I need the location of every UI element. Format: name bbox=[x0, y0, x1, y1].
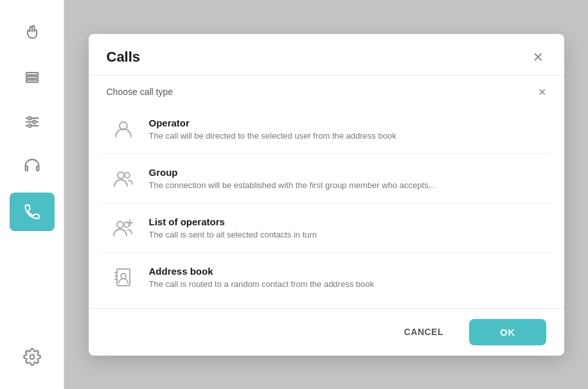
address-book-icon bbox=[109, 263, 138, 291]
sidebar-item-hands[interactable] bbox=[10, 13, 55, 51]
group-icon bbox=[109, 164, 138, 193]
list-of-operators-name: List of operators bbox=[149, 216, 317, 227]
svg-point-15 bbox=[117, 221, 123, 228]
svg-rect-2 bbox=[26, 80, 38, 83]
operator-name: Operator bbox=[149, 117, 396, 128]
address-book-name: Address book bbox=[149, 266, 374, 277]
dialog-overlay: Calls ✕ Choose call type ✕ bbox=[64, 0, 588, 389]
main-area: Calls ✕ Choose call type ✕ bbox=[64, 0, 588, 389]
svg-rect-1 bbox=[26, 76, 38, 79]
svg-point-20 bbox=[121, 273, 126, 279]
ok-button[interactable]: OK bbox=[469, 319, 546, 345]
choose-type-header: Choose call type ✕ bbox=[89, 76, 564, 105]
choose-type-close-button[interactable]: ✕ bbox=[538, 86, 546, 98]
group-info: Group The connection will be established… bbox=[149, 167, 436, 190]
operator-desc: The call will be directed to the selecte… bbox=[149, 131, 396, 141]
dialog-footer: CANCEL OK bbox=[89, 308, 564, 356]
sidebar-item-filter[interactable] bbox=[10, 103, 55, 141]
dialog-close-button[interactable]: ✕ bbox=[530, 48, 546, 66]
sidebar-item-headset[interactable] bbox=[10, 148, 55, 186]
group-desc: The connection will be established with … bbox=[149, 180, 436, 190]
call-type-address-book[interactable]: Address book The call is routed to a ran… bbox=[100, 253, 553, 302]
sidebar-item-settings[interactable] bbox=[10, 338, 55, 376]
dialog-body: Choose call type ✕ Operator bbox=[89, 76, 564, 308]
svg-point-6 bbox=[28, 117, 31, 120]
svg-point-13 bbox=[118, 172, 124, 178]
address-book-info: Address book The call is routed to a ran… bbox=[149, 266, 374, 289]
address-book-desc: The call is routed to a random contact f… bbox=[149, 279, 374, 289]
svg-point-8 bbox=[28, 125, 31, 128]
svg-point-11 bbox=[30, 355, 34, 359]
svg-rect-10 bbox=[37, 166, 39, 171]
call-type-list-of-operators[interactable]: List of operators The call is sent to al… bbox=[100, 203, 553, 253]
choose-type-label: Choose call type bbox=[107, 87, 174, 97]
sidebar-item-list[interactable] bbox=[10, 58, 55, 96]
calls-dialog: Calls ✕ Choose call type ✕ bbox=[89, 34, 564, 356]
sidebar bbox=[0, 0, 64, 389]
group-name: Group bbox=[149, 167, 436, 178]
svg-point-14 bbox=[125, 173, 130, 178]
svg-point-7 bbox=[33, 121, 36, 124]
dialog-header: Calls ✕ bbox=[89, 34, 564, 76]
svg-rect-0 bbox=[26, 73, 38, 75]
list-of-operators-icon bbox=[109, 214, 138, 242]
list-of-operators-desc: The call is sent to all selected contact… bbox=[149, 230, 317, 239]
cancel-button[interactable]: CANCEL bbox=[389, 319, 459, 345]
svg-rect-9 bbox=[25, 166, 28, 171]
call-type-list: Operator The call will be directed to th… bbox=[89, 105, 564, 308]
operator-info: Operator The call will be directed to th… bbox=[149, 117, 396, 141]
dialog-title: Calls bbox=[107, 49, 141, 65]
call-type-group[interactable]: Group The connection will be established… bbox=[100, 154, 553, 203]
sidebar-item-calls[interactable] bbox=[10, 193, 55, 231]
list-of-operators-info: List of operators The call is sent to al… bbox=[149, 216, 317, 239]
operator-icon bbox=[109, 115, 138, 143]
call-type-operator[interactable]: Operator The call will be directed to th… bbox=[100, 105, 553, 154]
